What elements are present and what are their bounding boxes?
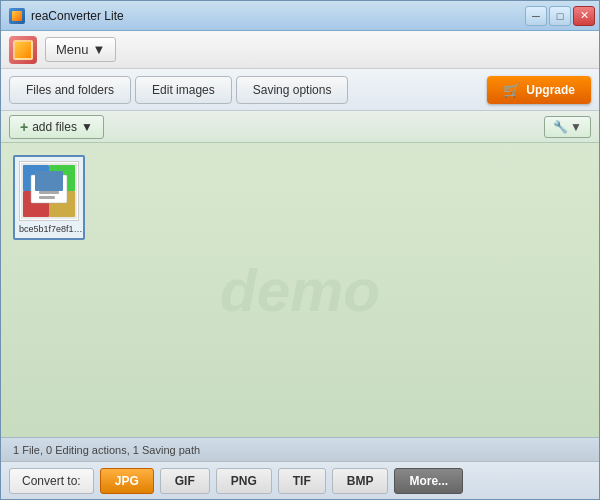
settings-arrow: ▼ xyxy=(570,120,582,134)
toolbar-tabs: Files and folders Edit images Saving opt… xyxy=(9,76,348,104)
svg-rect-8 xyxy=(39,196,55,199)
menu-bar: Menu ▼ xyxy=(1,31,599,69)
title-bar: reaConverter Lite ─ □ ✕ xyxy=(1,1,599,31)
svg-rect-6 xyxy=(35,171,63,191)
format-jpg-button[interactable]: JPG xyxy=(100,468,154,494)
upgrade-label: Upgrade xyxy=(526,83,575,97)
upgrade-button[interactable]: 🛒 Upgrade xyxy=(487,76,591,104)
settings-button[interactable]: 🔧 ▼ xyxy=(544,116,591,138)
tab-saving-options[interactable]: Saving options xyxy=(236,76,349,104)
format-more-button[interactable]: More... xyxy=(394,468,463,494)
file-item[interactable]: bce5b1f7e8f1674... xyxy=(13,155,85,240)
status-bar: 1 File, 0 Editing actions, 1 Saving path xyxy=(1,437,599,461)
main-content: demo bce5b1f7e8f xyxy=(1,143,599,437)
watermark-text: demo xyxy=(220,256,380,325)
menu-label: Menu xyxy=(56,42,89,57)
add-files-arrow-icon: ▼ xyxy=(81,120,93,134)
convert-to-label: Convert to: xyxy=(9,468,94,494)
cart-icon: 🛒 xyxy=(503,82,520,98)
format-png-button[interactable]: PNG xyxy=(216,468,272,494)
title-bar-left: reaConverter Lite xyxy=(9,8,124,24)
plus-icon: + xyxy=(20,119,28,135)
svg-rect-7 xyxy=(39,191,59,194)
tab-files-and-folders[interactable]: Files and folders xyxy=(9,76,131,104)
format-gif-button[interactable]: GIF xyxy=(160,468,210,494)
wrench-icon: 🔧 xyxy=(553,120,568,134)
app-logo xyxy=(9,36,37,64)
file-name: bce5b1f7e8f1674... xyxy=(19,224,83,234)
menu-arrow-icon: ▼ xyxy=(93,42,106,57)
file-thumbnail xyxy=(19,161,79,221)
toolbar: Files and folders Edit images Saving opt… xyxy=(1,69,599,111)
minimize-button[interactable]: ─ xyxy=(525,6,547,26)
format-tif-button[interactable]: TIF xyxy=(278,468,326,494)
format-bmp-button[interactable]: BMP xyxy=(332,468,389,494)
status-text: 1 File, 0 Editing actions, 1 Saving path xyxy=(13,444,200,456)
menu-button[interactable]: Menu ▼ xyxy=(45,37,116,62)
tab-edit-images[interactable]: Edit images xyxy=(135,76,232,104)
add-files-label: add files xyxy=(32,120,77,134)
add-files-button[interactable]: + add files ▼ xyxy=(9,115,104,139)
app-window: reaConverter Lite ─ □ ✕ Menu ▼ Files and… xyxy=(0,0,600,500)
app-icon xyxy=(9,8,25,24)
title-controls: ─ □ ✕ xyxy=(525,6,595,26)
convert-bar: Convert to: JPG GIF PNG TIF BMP More... xyxy=(1,461,599,499)
close-button[interactable]: ✕ xyxy=(573,6,595,26)
file-thumbnail-svg xyxy=(21,163,77,219)
maximize-button[interactable]: □ xyxy=(549,6,571,26)
secondary-toolbar: + add files ▼ 🔧 ▼ xyxy=(1,111,599,143)
title-text: reaConverter Lite xyxy=(31,9,124,23)
